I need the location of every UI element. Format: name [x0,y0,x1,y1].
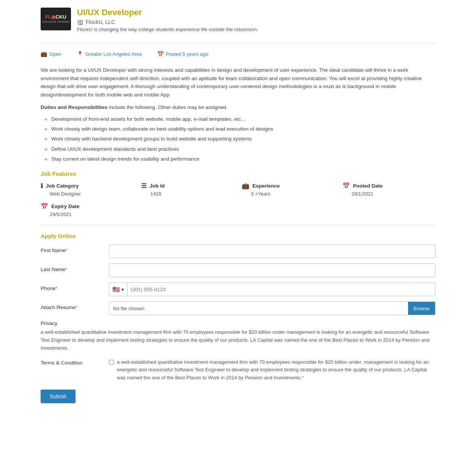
intro-text: We are looking for a UI/UX Developer wit… [41,66,435,99]
company-name: 🏢 FlockU, LLC [77,19,258,25]
expiry-label: 📅 Expiry Date [41,203,79,210]
resume-required: * [76,305,77,310]
file-name-display: No file chosen [109,306,408,311]
feature-icon: 📅 [342,182,350,189]
expiry-icon: 📅 [41,203,48,210]
building-icon: 🏢 [77,19,84,25]
last-name-label: Last Name* [41,264,101,272]
terms-required-marker: * [302,375,304,380]
header-info: UI/UX Developer 🏢 FlockU, LLC FlockU is … [77,8,258,32]
feature-label: 💼 Experience [242,182,335,189]
phone-label: Phone* [41,282,101,291]
first-name-input[interactable] [109,245,435,258]
feature-label: ℹ Job Category [41,182,134,189]
status-item: 💼 Open [41,51,61,57]
meta-row: 💼 Open 📍 Greater Los Angeles Area 📅 Post… [41,48,435,60]
phone-flag-selector[interactable]: 🇺🇸 ▾ [109,283,128,296]
location-icon: 📍 [77,51,83,57]
expiry-value: 29/5/2021 [41,211,79,217]
feature-item: 💼 Experience 3 +Years [242,182,335,197]
resume-row: Attach Resume* No file chosen Browse [41,301,435,315]
feature-item: ☰ Job Id 1428 [141,182,234,197]
duty-item: Development of front-end assets for both… [44,115,435,123]
duty-item: Work closely with design team, collabora… [44,125,435,133]
feature-value: Web Designer [41,191,134,197]
file-wrapper: No file chosen Browse [109,301,435,315]
phone-input[interactable] [128,283,435,296]
feature-icon: 💼 [242,182,249,189]
first-name-required: * [66,248,68,253]
privacy-text: a well-established quantitative investme… [41,328,435,352]
job-header: FL◉CKU COLLEGE OFFERS UI/UX Developer 🏢 … [41,8,435,38]
terms-label: Terms & Condition [41,358,101,366]
feature-item: 📅 Posted Date 29/1/2021 [342,182,435,197]
browse-button[interactable]: Browse [408,302,435,315]
section-divider [41,225,435,225]
phone-required: * [55,286,57,291]
us-flag-icon: 🇺🇸 [112,286,120,293]
first-name-label: First Name* [41,245,101,253]
feature-icon: ℹ [41,182,43,189]
header-divider [41,43,435,43]
company-logo: FL◉CKU COLLEGE OFFERS [41,8,71,30]
duty-item: Define UI/UX development standards and b… [44,145,435,153]
last-name-required: * [65,267,67,272]
apply-section: Apply Online First Name* Last Name* Phon… [41,233,435,403]
duty-item: Work closely with backend development gr… [44,135,435,143]
posted-item: 📅 Posted 5 years ago [157,51,208,57]
briefcase-icon: 💼 [41,51,47,57]
features-title: Job Features [41,170,435,177]
terms-content: a well-established quantitative investme… [109,358,435,382]
phone-row: Phone* 🇺🇸 ▾ [41,282,435,296]
terms-text: a well-established quantitative investme… [117,358,435,382]
location-item: 📍 Greater Los Angeles Area [77,51,142,57]
feature-icon: ☰ [141,182,147,189]
duties-heading-bold: Duties and Responsibilities [41,104,107,110]
first-name-row: First Name* [41,245,435,258]
expiry-row: 📅 Expiry Date 29/5/2021 [41,203,435,217]
feature-value: 29/1/2021 [342,191,435,197]
apply-title: Apply Online [41,233,435,239]
phone-dropdown-arrow: ▾ [121,287,124,292]
posted-text: Posted 5 years ago [166,51,208,57]
job-description: We are looking for a UI/UX Developer wit… [41,66,435,163]
features-grid: ℹ Job Category Web Designer ☰ Job Id 142… [41,182,435,197]
feature-label: 📅 Posted Date [342,182,435,189]
calendar-icon: 📅 [157,51,164,57]
resume-label: Attach Resume* [41,301,101,310]
feature-value: 1428 [141,191,234,197]
privacy-heading: Privacy [41,320,435,326]
terms-check-row: a well-established quantitative investme… [109,358,435,382]
expiry-item: 📅 Expiry Date 29/5/2021 [41,203,79,217]
feature-label: ☰ Job Id [141,182,234,189]
duties-list: Development of front-end assets for both… [44,115,435,163]
phone-wrapper: 🇺🇸 ▾ [109,282,435,296]
job-title: UI/UX Developer [77,8,258,17]
duty-item: Stay current on latest design trends for… [44,155,435,163]
privacy-section: Privacy a well-established quantitative … [41,320,435,352]
submit-button[interactable]: Submit [41,390,76,403]
terms-checkbox[interactable] [109,360,114,365]
status-text: Open [49,51,61,57]
feature-value: 3 +Years [242,191,335,197]
location-text: Greater Los Angeles Area [85,51,142,57]
last-name-row: Last Name* [41,264,435,277]
last-name-input[interactable] [109,264,435,277]
duties-heading-normal: include the following. Other duties may … [107,104,227,110]
feature-item: ℹ Job Category Web Designer [41,182,134,197]
company-description: FlockU is changing the way college stude… [77,27,258,32]
terms-row: Terms & Condition a well-established qua… [41,358,435,382]
